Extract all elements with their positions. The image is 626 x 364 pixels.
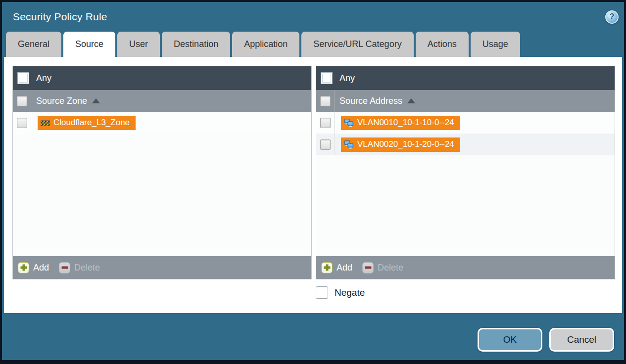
address-badge-label: VLAN0010_10-1-10-0--24 xyxy=(357,118,454,128)
sort-asc-icon xyxy=(407,98,415,103)
plus-icon xyxy=(18,262,29,273)
source-address-any-checkbox[interactable] xyxy=(321,72,333,84)
ok-button[interactable]: OK xyxy=(478,328,542,352)
address-badge-label: VLAN0020_10-1-20-0--24 xyxy=(357,139,454,149)
zone-badge[interactable]: Cloudflare_L3_Zone xyxy=(38,116,136,130)
tab-actions[interactable]: Actions xyxy=(416,32,469,57)
add-button[interactable]: Add xyxy=(321,262,352,273)
cancel-button[interactable]: Cancel xyxy=(549,328,614,352)
tab-source[interactable]: Source xyxy=(63,32,115,57)
delete-button-label: Delete xyxy=(378,263,403,273)
dialog-footer: OK Cancel xyxy=(2,313,624,360)
source-address-footer: Add Delete xyxy=(316,256,615,279)
plus-icon xyxy=(321,262,333,273)
tab-service-url-category[interactable]: Service/URL Category xyxy=(301,32,413,57)
source-address-any-header: Any xyxy=(316,66,615,90)
source-zone-footer: Add Delete xyxy=(13,256,311,279)
add-button-label: Add xyxy=(33,263,49,273)
delete-button[interactable]: Delete xyxy=(59,262,100,273)
delete-button-label: Delete xyxy=(74,263,100,273)
row-checkbox[interactable] xyxy=(17,118,27,128)
minus-icon xyxy=(59,262,70,273)
sort-asc-icon xyxy=(92,98,100,103)
tab-bar: General Source User Destination Applicat… xyxy=(2,32,624,57)
negate-row: Negate xyxy=(316,286,622,299)
source-address-panel: Any Source Address xyxy=(316,66,615,279)
minus-icon xyxy=(362,262,374,273)
address-badge[interactable]: VLAN0020_10-1-20-0--24 xyxy=(341,137,460,152)
source-zone-any-header: Any xyxy=(13,66,311,90)
dialog-titlebar: Security Policy Rule ? xyxy=(2,2,624,32)
zone-icon xyxy=(41,119,50,127)
source-zone-column-title: Source Zone xyxy=(36,96,87,106)
delete-button[interactable]: Delete xyxy=(362,262,403,273)
row-checkbox[interactable] xyxy=(320,118,331,128)
source-address-selectall-checkbox[interactable] xyxy=(320,96,331,106)
help-icon[interactable]: ? xyxy=(605,10,619,24)
table-row[interactable]: VLAN0020_10-1-20-0--24 xyxy=(316,134,615,155)
dialog-title: Security Policy Rule xyxy=(13,11,107,23)
source-zone-selectall-checkbox[interactable] xyxy=(17,96,27,106)
source-zone-rows: Cloudflare_L3_Zone xyxy=(13,112,311,256)
source-zone-any-checkbox[interactable] xyxy=(17,72,29,84)
table-row[interactable]: VLAN0010_10-1-10-0--24 xyxy=(316,112,615,134)
source-address-column-header[interactable]: Source Address xyxy=(316,90,615,112)
negate-checkbox[interactable] xyxy=(316,286,328,299)
zone-badge-label: Cloudflare_L3_Zone xyxy=(53,118,130,128)
add-button[interactable]: Add xyxy=(18,262,49,273)
source-zone-panel: Any Source Zone xyxy=(12,66,312,279)
tab-application[interactable]: Application xyxy=(232,32,299,57)
panels-container: Any Source Zone xyxy=(4,57,622,279)
tab-user[interactable]: User xyxy=(117,32,160,57)
table-row[interactable]: Cloudflare_L3_Zone xyxy=(13,112,311,134)
address-badge[interactable]: VLAN0010_10-1-10-0--24 xyxy=(341,116,460,130)
negate-label: Negate xyxy=(335,287,365,298)
source-address-column-title: Source Address xyxy=(339,96,402,106)
address-icon xyxy=(344,140,354,149)
tab-destination[interactable]: Destination xyxy=(162,32,230,57)
source-address-rows: VLAN0010_10-1-10-0--24 VLAN0020_10-1-20-… xyxy=(316,112,615,256)
tab-usage[interactable]: Usage xyxy=(471,32,520,57)
source-zone-any-label: Any xyxy=(36,73,51,84)
row-checkbox[interactable] xyxy=(320,139,331,150)
add-button-label: Add xyxy=(337,263,352,273)
source-address-any-label: Any xyxy=(339,73,355,84)
security-policy-rule-dialog: Security Policy Rule ? General Source Us… xyxy=(0,0,626,364)
tab-content-source: Any Source Zone xyxy=(4,57,622,313)
address-icon xyxy=(344,119,354,127)
tab-general[interactable]: General xyxy=(6,32,61,57)
source-zone-column-header[interactable]: Source Zone xyxy=(13,90,311,112)
